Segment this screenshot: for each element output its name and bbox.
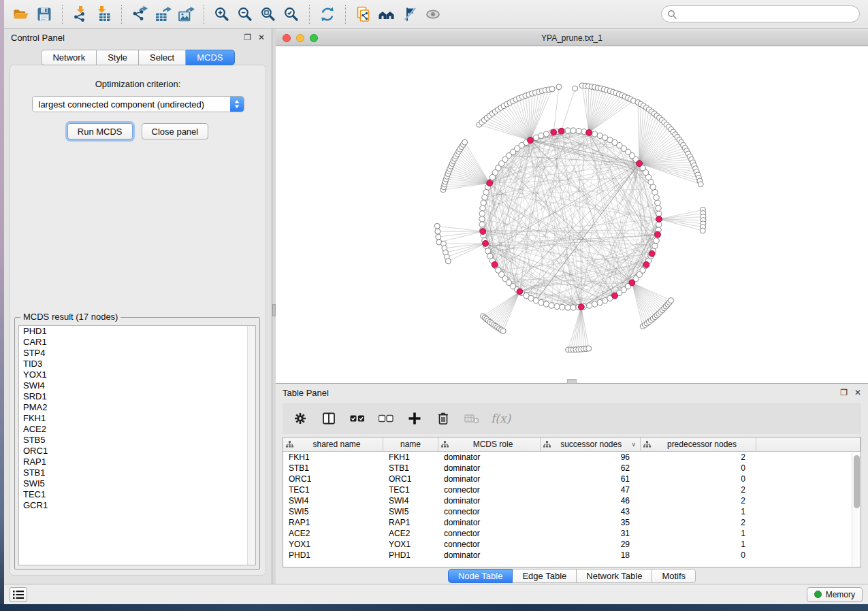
column-type-icon	[286, 441, 293, 448]
tab-select[interactable]: Select	[139, 50, 186, 65]
column-label: predecessor nodes	[651, 440, 753, 449]
toolbar-separator	[309, 5, 310, 24]
mcds-result-item[interactable]: CAR1	[19, 337, 255, 348]
mcds-result-item[interactable]: SWI5	[19, 478, 255, 489]
table-cell: SWI5	[383, 506, 438, 517]
close-table-panel-icon[interactable]: ✕	[854, 389, 861, 397]
mcds-result-item[interactable]: YOX1	[19, 369, 255, 380]
tab-mcds[interactable]: MCDS	[186, 50, 234, 65]
mcds-result-item[interactable]: PMA2	[19, 402, 255, 413]
select-all-icon[interactable]	[348, 408, 367, 429]
optimization-select[interactable]: largest connected component (undirected)	[32, 96, 244, 112]
mcds-list-scrollbar[interactable]	[247, 326, 255, 565]
horizontal-splitter-grip[interactable]	[567, 379, 577, 384]
table-cell: 29	[541, 539, 641, 550]
table-cell: dominator	[438, 452, 541, 463]
clone-network-icon[interactable]	[352, 3, 375, 26]
tab-network-table[interactable]: Network Table	[577, 569, 652, 583]
first-neighbors-icon[interactable]	[375, 3, 398, 26]
mcds-result-item[interactable]: STB5	[19, 435, 255, 446]
run-mcds-button[interactable]: Run MCDS	[67, 123, 133, 139]
column-header-predecessor-nodes[interactable]: predecessor nodes	[641, 437, 756, 451]
control-panel: Control Panel ❐ ✕ NetworkStyleSelectMCDS…	[4, 29, 272, 584]
table-row[interactable]: TEC1TEC1connector472	[283, 484, 861, 495]
table-row[interactable]: SWI4SWI4dominator462	[283, 495, 861, 506]
zoom-out-icon[interactable]	[234, 3, 257, 26]
zoom-fit-icon[interactable]	[257, 3, 280, 26]
memory-button[interactable]: Memory	[807, 587, 863, 602]
mcds-result-item[interactable]: STB1	[19, 467, 255, 478]
float-table-panel-icon[interactable]: ❐	[840, 389, 848, 397]
status-bar: Memory	[4, 584, 868, 604]
table-body: FKH1FKH1dominator962STB1STB1dominator620…	[283, 452, 861, 561]
mcds-result-item[interactable]: STP4	[19, 348, 255, 359]
table-row[interactable]: PHD1PHD1dominator180	[283, 550, 861, 561]
table-cell: TEC1	[283, 484, 383, 495]
close-panel-icon[interactable]: ✕	[258, 33, 265, 42]
table-row[interactable]: ACE2ACE2connector311	[283, 528, 861, 539]
import-table-icon[interactable]	[92, 3, 115, 26]
table-cell: dominator	[438, 495, 541, 506]
zoom-in-icon[interactable]	[210, 3, 234, 26]
show-columns-icon[interactable]	[319, 408, 338, 429]
table-cell: FKH1	[383, 452, 438, 463]
mcds-result-item[interactable]: GCR1	[19, 500, 255, 511]
mcds-result-item[interactable]: ORC1	[19, 446, 255, 457]
mcds-result-item[interactable]: TEC1	[19, 489, 255, 500]
export-network-icon[interactable]	[128, 3, 151, 26]
table-row[interactable]: SWI5SWI5connector431	[283, 506, 861, 517]
zoom-selected-icon[interactable]	[280, 3, 303, 26]
close-panel-button[interactable]: Close panel	[142, 123, 209, 139]
float-panel-icon[interactable]: ❐	[244, 33, 251, 42]
search-input[interactable]	[677, 10, 854, 19]
mcds-result-list[interactable]: PHD1CAR1STP4TID3YOX1SWI4SRD1PMA2FKH1ACE2…	[18, 325, 256, 565]
refresh-layout-icon[interactable]	[316, 3, 339, 26]
mcds-result-item[interactable]: TID3	[19, 359, 255, 369]
table-row[interactable]: FKH1FKH1dominator962	[283, 452, 861, 463]
table-cell: 96	[541, 452, 641, 463]
hide-selected-icon[interactable]	[398, 3, 421, 26]
show-all-icon[interactable]	[421, 3, 445, 26]
settings-gear-icon[interactable]	[291, 408, 310, 429]
mcds-result-item[interactable]: SRD1	[19, 391, 255, 402]
save-session-icon[interactable]	[33, 3, 56, 26]
table-row[interactable]: ORC1ORC1dominator610	[283, 474, 861, 484]
column-header-successor-nodes[interactable]: successor nodes∨	[541, 437, 641, 451]
table-scrollbar[interactable]	[852, 452, 861, 567]
tab-edge-table[interactable]: Edge Table	[513, 569, 577, 583]
table-cell: YOX1	[283, 539, 383, 550]
add-row-icon[interactable]	[405, 408, 424, 429]
table-row[interactable]: STB1STB1dominator620	[283, 463, 861, 474]
table-cell: 62	[541, 463, 641, 474]
column-header-shared-name[interactable]: shared name	[283, 437, 383, 451]
tab-node-table[interactable]: Node Table	[448, 569, 513, 583]
tab-motifs[interactable]: Motifs	[652, 569, 696, 583]
mcds-result-item[interactable]: SWI4	[19, 380, 255, 391]
deselect-all-icon[interactable]	[376, 408, 396, 429]
optimization-criterion-label: Optimization criterion:	[10, 79, 266, 89]
mcds-result-item[interactable]: FKH1	[19, 413, 255, 424]
open-file-icon[interactable]	[10, 3, 33, 26]
column-header-name[interactable]: name	[383, 437, 438, 451]
task-history-button[interactable]	[10, 587, 27, 602]
mcds-result-item[interactable]: ACE2	[19, 424, 255, 435]
table-cell: 2	[641, 484, 756, 495]
table-row[interactable]: YOX1YOX1connector291	[283, 539, 861, 550]
table-scrollbar-thumb[interactable]	[854, 455, 860, 508]
table-cell: FKH1	[283, 452, 383, 463]
export-table-icon[interactable]	[151, 3, 174, 26]
column-header-MCDS-role[interactable]: MCDS role	[438, 437, 541, 451]
cytoscape-window: Control Panel ❐ ✕ NetworkStyleSelectMCDS…	[4, 0, 868, 604]
network-search-field[interactable]	[661, 5, 860, 22]
screen: Control Panel ❐ ✕ NetworkStyleSelectMCDS…	[0, 0, 868, 611]
export-image-icon[interactable]	[174, 3, 197, 26]
mcds-result-item[interactable]: PHD1	[19, 326, 255, 337]
tab-style[interactable]: Style	[97, 50, 139, 65]
table-row[interactable]: RAP1RAP1dominator352	[283, 517, 861, 528]
delete-rows-icon[interactable]	[434, 408, 453, 429]
mcds-result-item[interactable]: RAP1	[19, 457, 255, 467]
import-network-icon[interactable]	[69, 3, 92, 26]
tab-network[interactable]: Network	[41, 50, 97, 65]
table-tabs: Node TableEdge TableNetwork TableMotifs	[276, 569, 868, 583]
network-canvas[interactable]	[276, 46, 867, 383]
